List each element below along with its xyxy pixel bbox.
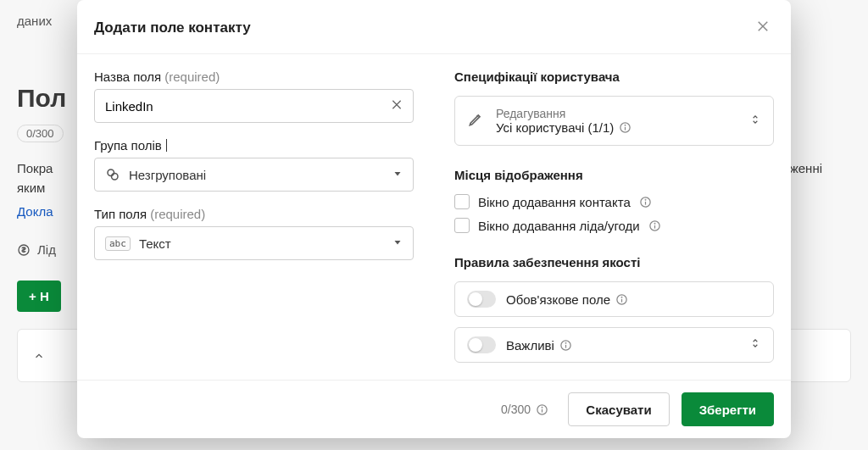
x-icon [390, 98, 403, 112]
user-spec-card[interactable]: Редагування Усі користувачі (1/1) [454, 96, 774, 146]
field-name-input[interactable] [94, 89, 414, 123]
modal-footer: 0/300 Скасувати Зберегти [77, 380, 791, 438]
chevron-down-icon [392, 167, 403, 182]
chevron-down-icon [392, 236, 403, 251]
field-group-value: Незгруповані [129, 168, 392, 182]
link-icon [105, 167, 120, 182]
modal-header: Додати поле контакту [77, 0, 791, 54]
svg-marker-8 [395, 241, 401, 245]
clear-name-button[interactable] [387, 95, 407, 118]
svg-point-11 [626, 125, 626, 125]
sort-icon [749, 114, 761, 129]
svg-point-20 [621, 297, 622, 297]
info-icon[interactable] [619, 121, 632, 134]
checkbox[interactable] [454, 194, 470, 209]
field-group-group: Група полів Незгруповані [94, 138, 414, 192]
quality-section-title: Правила забезпечення якості [454, 255, 774, 269]
modal-overlay: Додати поле контакту Назва поля (require… [0, 0, 868, 450]
display-option-lead-label: Вікно додавання ліда/угоди [478, 219, 640, 233]
cancel-button[interactable]: Скасувати [568, 392, 669, 426]
spec-section-title: Специфікації користувача [454, 69, 774, 84]
display-option-lead[interactable]: Вікно додавання ліда/угоди [454, 218, 774, 233]
info-icon[interactable] [559, 339, 572, 352]
svg-marker-7 [395, 172, 401, 176]
display-section-title: Місця відображення [454, 168, 774, 182]
text-cursor [166, 139, 167, 152]
important-toggle[interactable] [467, 336, 496, 353]
svg-point-26 [542, 407, 542, 408]
info-icon[interactable] [648, 219, 661, 232]
svg-point-14 [645, 199, 646, 200]
field-group-label: Група полів [94, 138, 414, 153]
field-type-group: Тип поля (required) abc Текст [94, 207, 414, 260]
spec-bottom-label: Усі користувачі (1/1) [496, 120, 614, 135]
close-button[interactable] [752, 15, 774, 40]
required-toggle[interactable] [467, 291, 496, 308]
close-icon [755, 19, 771, 34]
modal-body: Назва поля (required) Група полів [77, 54, 791, 380]
important-toggle-label: Важливі [506, 338, 554, 353]
add-contact-field-modal: Додати поле контакту Назва поля (require… [77, 0, 791, 438]
svg-point-17 [654, 223, 655, 224]
save-button[interactable]: Зберегти [682, 392, 774, 426]
info-icon[interactable] [615, 293, 628, 306]
field-name-group: Назва поля (required) [94, 69, 414, 123]
pencil-icon [467, 111, 484, 131]
required-toggle-label: Обов'язкове поле [506, 292, 610, 307]
field-type-value: Текст [139, 236, 392, 251]
sort-icon [749, 337, 761, 353]
checkbox[interactable] [454, 218, 470, 233]
spec-top-label: Редагування [496, 107, 737, 120]
field-group-select[interactable]: Незгруповані [94, 158, 414, 192]
field-type-label: Тип поля (required) [94, 207, 414, 221]
svg-point-23 [565, 342, 566, 343]
display-option-contact-label: Вікно додавання контакта [478, 195, 631, 209]
field-type-select[interactable]: abc Текст [94, 226, 414, 260]
footer-counter: 0/300 [94, 403, 548, 416]
svg-point-5 [108, 169, 114, 176]
required-field-row: Обов'язкове поле [454, 281, 774, 317]
left-column: Назва поля (required) Група полів [94, 69, 434, 373]
right-column: Специфікації користувача Редагування Усі… [434, 69, 774, 373]
info-icon[interactable] [639, 196, 652, 208]
info-icon[interactable] [536, 403, 548, 416]
important-field-row: Важливі [454, 327, 774, 363]
modal-title: Додати поле контакту [94, 19, 251, 36]
field-name-label: Назва поля (required) [94, 69, 414, 84]
display-option-contact[interactable]: Вікно додавання контакта [454, 194, 774, 209]
abc-icon: abc [105, 236, 131, 251]
svg-point-6 [112, 174, 119, 181]
